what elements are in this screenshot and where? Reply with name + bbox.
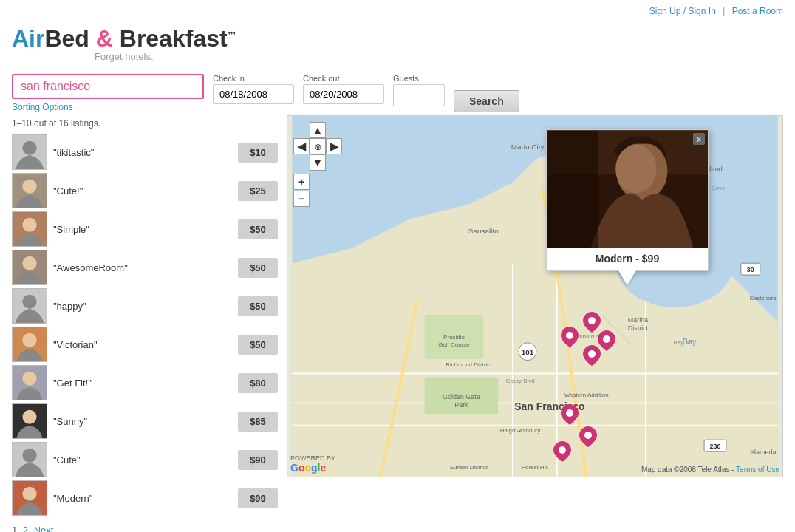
next-label-link[interactable]: Next [34,525,54,532]
guests-label: Guests [393,74,445,83]
listing-name: "Sunny" [53,416,232,427]
map-panel: 101 Marin City Sausalito San Francisco G… [287,115,783,532]
listing-name: "Get Fit!" [53,378,232,389]
listing-item[interactable]: "Cute"$90 [12,442,278,477]
post-room-link[interactable]: Post a Room [732,6,783,16]
listing-name: "happy" [53,301,232,312]
site-logo[interactable]: AirBed & Breakfast™ Forget hotels. [12,25,236,62]
map-attribution: Map data ©2008 Tele Atlas - Terms of Use [641,466,779,474]
next-page-link[interactable]: 2 [23,525,28,532]
main-content: 1–10 out of 16 listings. "tikitastic"$10… [0,115,795,532]
listing-name: "Victorian" [53,339,232,350]
svg-point-5 [22,218,36,232]
map-pin-1[interactable] [561,327,579,347]
svg-point-66 [566,332,573,339]
logo-bed: Bed [44,25,89,52]
map-container[interactable]: 101 Marin City Sausalito San Francisco G… [287,115,783,477]
attribution-text: Map data ©2008 Tele Atlas - [641,466,736,474]
svg-point-71 [584,432,592,439]
listings-panel: 1–10 out of 16 listings. "tikitastic"$10… [12,115,278,532]
checkout-input[interactable] [303,84,384,104]
map-controls: ▲ ◀ ◎ ▶ ▼ + − [293,122,342,207]
search-button[interactable]: Search [454,90,519,112]
search-bar: Sorting Options Check in Check out Guest… [0,68,795,115]
listing-price: $99 [238,488,278,508]
map-nav-mid-row: ◀ ◎ ▶ [293,138,342,154]
popup-close-button[interactable]: x [693,133,705,145]
sorting-options-link[interactable]: Sorting Options [12,102,204,112]
map-pin-7[interactable] [553,441,571,462]
svg-text:District: District [628,324,649,332]
map-pan-left[interactable]: ◀ [293,138,310,154]
listings-count: 1–10 out of 16 listings. [12,115,278,129]
svg-text:Alameda: Alameda [750,449,776,456]
svg-text:Richmond District: Richmond District [446,361,492,368]
map-pin-6[interactable] [579,426,597,447]
svg-point-15 [22,410,36,424]
svg-point-13 [22,372,36,386]
svg-point-69 [588,350,596,358]
svg-point-3 [22,180,36,194]
svg-point-70 [566,409,573,417]
listing-item[interactable]: "Get Fit!"$80 [12,365,278,400]
location-input[interactable] [12,74,204,99]
svg-text:Golf Course: Golf Course [438,341,470,348]
listing-avatar [12,173,47,208]
pagination: 1 2 Next [12,519,278,532]
map-pan-center[interactable]: ◎ [310,138,326,154]
listing-price: $90 [238,450,278,470]
listing-item[interactable]: "Victorian"$50 [12,327,278,362]
listing-avatar [12,365,47,400]
map-popup: x [546,129,709,271]
listing-item[interactable]: "Modern"$99 [12,480,278,516]
listing-avatar [12,250,47,285]
terms-of-use-link[interactable]: Terms of Use [736,466,779,474]
listing-item[interactable]: "Simple"$50 [12,211,278,247]
svg-text:101: 101 [522,348,534,356]
map-pin-4[interactable] [583,345,601,366]
map-pan-down[interactable]: ▼ [310,154,326,171]
svg-point-17 [22,449,36,463]
logo-area: AirBed & Breakfast™ Forget hotels. [0,22,795,68]
nav-separator: | [723,6,725,16]
svg-text:Park: Park [454,401,468,409]
svg-point-19 [22,487,36,501]
logo-tm: ™ [228,30,236,40]
listing-item[interactable]: "happy"$50 [12,288,278,324]
svg-point-67 [588,317,596,324]
listing-price: $80 [238,373,278,393]
listing-avatar [12,327,47,362]
svg-text:Presidio: Presidio [443,334,465,341]
listing-avatar [12,211,47,247]
svg-text:Geary Blvd: Geary Blvd [505,378,534,384]
listings-list: "tikitastic"$10"Cute!"$25"Simple"$50"Awe… [12,134,278,516]
svg-text:Sunset District: Sunset District [450,464,488,471]
location-field-wrap: Sorting Options [12,74,204,112]
logo-breakfast: Breakfast [120,25,228,52]
guests-stepper: ▲ ▼ [393,84,445,106]
listing-item[interactable]: "Cute!"$25 [12,173,278,208]
listing-item[interactable]: "tikitastic"$10 [12,134,278,170]
top-navigation: Sign Up / Sign In | Post a Room [0,0,795,22]
logo-tagline: Forget hotels. [12,51,236,62]
listing-price: $50 [238,296,278,316]
map-pan-right[interactable]: ▶ [326,138,342,154]
listing-item[interactable]: "Sunny"$85 [12,403,278,439]
logo-air: Air [12,25,44,52]
map-zoom-in[interactable]: + [293,174,310,190]
signup-signin-link[interactable]: Sign Up / Sign In [649,6,716,16]
svg-text:Marin City: Marin City [511,143,545,151]
svg-point-9 [22,295,36,309]
listing-avatar [12,403,47,439]
checkout-field-group: Check out [303,74,384,104]
map-zoom-out[interactable]: − [293,191,310,207]
map-pan-up[interactable]: ▲ [310,122,326,138]
map-pin-2[interactable] [583,312,601,332]
guests-input[interactable] [394,87,445,104]
listing-item[interactable]: "AwesomeRoom"$50 [12,250,278,285]
map-pin-5[interactable] [561,404,579,425]
svg-text:Sausalito: Sausalito [468,227,499,235]
listing-name: "Modern" [53,493,232,504]
checkin-input[interactable] [213,84,294,104]
popup-tail [618,270,636,285]
